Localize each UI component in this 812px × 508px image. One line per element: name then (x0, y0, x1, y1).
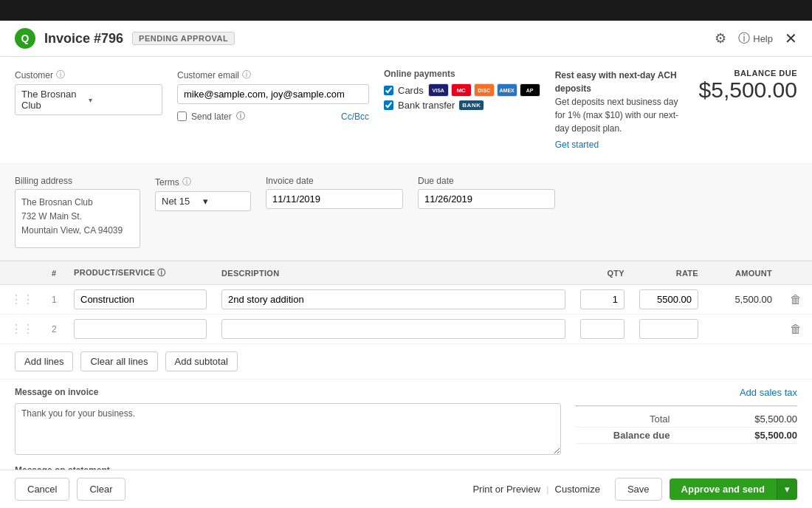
help-label: Help (753, 33, 773, 44)
cards-label: Cards (398, 85, 424, 96)
amount-cell-2 (706, 315, 780, 344)
total-value: $5,500.00 (684, 411, 797, 428)
send-later-info-icon: ⓘ (236, 110, 245, 123)
bank-transfer-checkbox[interactable] (384, 100, 393, 110)
balance-due-label: BALANCE DUE (699, 69, 797, 78)
invoice-message-label: Message on invoice (15, 387, 561, 397)
terms-info-icon: ⓘ (182, 176, 191, 188)
cards-checkbox[interactable] (384, 86, 393, 95)
ach-get-started-link[interactable]: Get started (555, 138, 684, 151)
delete-row-2-button[interactable]: 🗑 (787, 321, 805, 337)
rate-input-1[interactable] (639, 289, 698, 309)
customer-group: Customer ⓘ The Brosnan Club ▾ (15, 69, 162, 115)
drag-handle[interactable]: ⋮⋮ (7, 323, 37, 335)
product-input-1[interactable] (74, 289, 207, 309)
due-date-group: Due date (418, 176, 555, 209)
delete-row-1-button[interactable]: 🗑 (787, 292, 805, 308)
bank-transfer-row: Bank transfer BANK (384, 100, 540, 111)
total-label: Total (576, 411, 684, 428)
invoice-message-group: Message on invoice Thank you for your bu… (15, 387, 561, 455)
billing-address-label: Billing address (15, 176, 140, 186)
qty-input-2[interactable] (580, 319, 625, 339)
approve-group: Approve and send ▾ (670, 478, 797, 500)
payments-title: Online payments (384, 69, 540, 79)
settings-button[interactable]: ⚙ (715, 30, 726, 47)
send-later-label: Send later (191, 111, 232, 122)
address-line2: 732 W Main St. (21, 210, 134, 224)
description-col-header: DESCRIPTION (214, 261, 573, 285)
due-date-label: Due date (418, 176, 555, 186)
visa-icon: VISA (428, 83, 449, 97)
main-content: Customer ⓘ The Brosnan Club ▾ Customer e… (0, 57, 812, 508)
customer-info-icon: ⓘ (56, 69, 65, 81)
clear-button[interactable]: Clear (77, 478, 125, 501)
applepay-icon: AP (520, 83, 540, 97)
total-row: Total $5,500.00 (576, 411, 797, 428)
drag-col-header (0, 261, 44, 285)
customer-label: Customer ⓘ (15, 69, 162, 81)
amount-cell-1: 5,500.00 (706, 285, 780, 315)
invoice-date-label: Invoice date (266, 176, 403, 186)
customer-select[interactable]: The Brosnan Club ▾ (15, 84, 162, 115)
add-subtotal-button[interactable]: Add subtotal (165, 351, 238, 371)
close-button[interactable]: ✕ (785, 30, 797, 47)
mastercard-icon: MC (451, 83, 472, 97)
invoice-title: Invoice #796 (44, 31, 123, 47)
table-row: ⋮⋮ 2 🗑 (0, 315, 812, 344)
clear-all-lines-button[interactable]: Clear all lines (80, 351, 157, 371)
app-logo: Q (15, 28, 35, 49)
drag-handle[interactable]: ⋮⋮ (7, 293, 37, 306)
invoice-date-input[interactable] (266, 189, 403, 209)
amount-col-header: AMOUNT (706, 261, 780, 285)
balance-due-amount: $5,500.00 (699, 78, 797, 103)
qty-input-1[interactable] (580, 289, 625, 309)
add-sales-tax-link[interactable]: Add sales tax (576, 387, 797, 398)
terms-group: Terms ⓘ Net 15 ▾ (155, 176, 251, 211)
send-later-row: Send later ⓘ Cc/Bcc (177, 110, 369, 123)
description-input-1[interactable] (221, 289, 565, 309)
footer-center: Print or Preview | Customize (467, 481, 606, 498)
pending-badge: PENDING APPROVAL (132, 32, 235, 45)
approve-and-send-button[interactable]: Approve and send (670, 478, 777, 500)
help-button[interactable]: ⓘ Help (738, 31, 773, 47)
approve-dropdown-button[interactable]: ▾ (777, 478, 797, 500)
address-line1: The Brosnan Club (21, 196, 134, 210)
send-later-checkbox[interactable] (177, 111, 187, 121)
add-lines-section: Add lines Clear all lines Add subtotal (0, 344, 812, 380)
cancel-button[interactable]: Cancel (15, 478, 69, 501)
billing-address-box[interactable]: The Brosnan Club 732 W Main St. Mountain… (15, 189, 140, 248)
terms-value: Net 15 (162, 196, 203, 207)
ach-info-box: Rest easy with next-day ACH deposits Get… (555, 69, 684, 151)
totals-area: Total $5,500.00 Balance due $5,500.00 (576, 411, 797, 444)
due-date-input[interactable] (418, 189, 555, 209)
ach-headline: Rest easy with next-day ACH deposits (555, 70, 677, 94)
cc-bcc-link[interactable]: Cc/Bcc (341, 111, 369, 122)
terms-select[interactable]: Net 15 ▾ (155, 191, 251, 211)
chevron-down-icon: ▾ (89, 96, 156, 104)
row-num: 2 (44, 315, 66, 344)
header: Q Invoice #796 PENDING APPROVAL ⚙ ⓘ Help… (0, 21, 812, 57)
description-input-2[interactable] (221, 319, 565, 339)
invoice-date-group: Invoice date (266, 176, 403, 209)
bank-transfer-label: Bank transfer (398, 100, 455, 111)
invoice-table-section: # PRODUCT/SERVICE ⓘ DESCRIPTION QTY RATE… (0, 261, 812, 344)
table-header: # PRODUCT/SERVICE ⓘ DESCRIPTION QTY RATE… (0, 261, 812, 285)
save-button[interactable]: Save (615, 478, 662, 501)
rate-input-2[interactable] (639, 319, 698, 339)
header-actions: ⚙ ⓘ Help ✕ (715, 30, 797, 47)
terms-label: Terms ⓘ (155, 176, 251, 188)
top-form-section: Customer ⓘ The Brosnan Club ▾ Customer e… (0, 57, 812, 164)
product-col-header: PRODUCT/SERVICE ⓘ (66, 261, 214, 285)
customer-value: The Brosnan Club (21, 89, 89, 111)
add-lines-button[interactable]: Add lines (15, 351, 73, 371)
customize-button[interactable]: Customize (549, 481, 606, 498)
invoice-message-input[interactable]: Thank you for your business. (15, 403, 561, 455)
email-input[interactable] (177, 84, 369, 104)
balance-due-row-value: $5,500.00 (684, 428, 797, 444)
discover-icon: DISC (474, 83, 495, 97)
help-circle-icon: ⓘ (738, 31, 750, 47)
print-preview-button[interactable]: Print or Preview (467, 481, 546, 498)
balance-due-section: BALANCE DUE $5,500.00 (699, 69, 797, 103)
product-input-2[interactable] (74, 319, 207, 339)
billing-section: Billing address The Brosnan Club 732 W M… (0, 164, 812, 261)
